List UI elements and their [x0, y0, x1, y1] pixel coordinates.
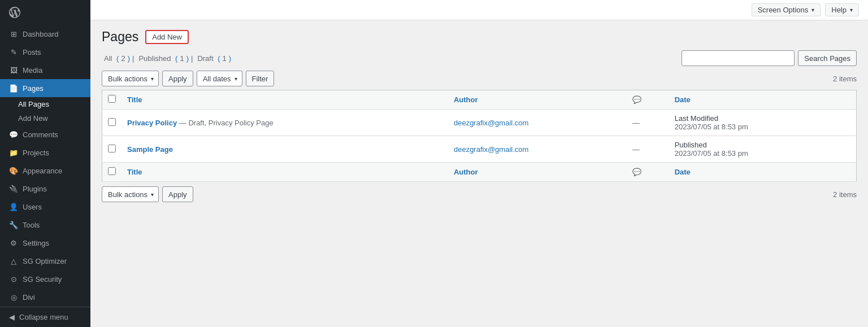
row1-title-link[interactable]: Privacy Policy	[127, 119, 179, 127]
settings-icon: ⚙	[9, 238, 18, 247]
row1-comments-col: —	[627, 110, 669, 136]
date-filter-chevron: ▾	[235, 76, 237, 82]
content-area: Pages Add New All (2) | Published (1) | …	[90, 20, 868, 327]
help-button[interactable]: Help ▾	[825, 3, 859, 16]
sidebar-item-media[interactable]: 🖼 Media	[0, 61, 90, 79]
sidebar-item-posts-label: Posts	[23, 48, 41, 56]
row2-author-col: deezgrafix@gmail.com	[448, 136, 627, 163]
apply-button-top[interactable]: Apply	[162, 71, 193, 86]
row2-comments-col: —	[627, 136, 669, 163]
bulk-actions-dropdown-top[interactable]: Bulk actions ▾	[102, 71, 159, 86]
sidebar-item-dashboard-label: Dashboard	[23, 30, 59, 38]
collapse-menu-label: Collapse menu	[19, 313, 68, 321]
row2-comments-value: —	[632, 145, 640, 154]
add-new-button[interactable]: Add New	[145, 30, 189, 44]
sidebar-item-pages-label: Pages	[23, 84, 44, 93]
search-input[interactable]	[682, 50, 795, 66]
bulk-actions-chevron-top: ▾	[151, 76, 154, 82]
row2-date-value: 2023/07/05 at 8:53 pm	[675, 149, 748, 158]
row1-author-link[interactable]: deezgrafix@gmail.com	[454, 119, 528, 127]
sidebar-sub-add-new[interactable]: Add New	[0, 111, 90, 125]
sidebar-item-comments[interactable]: 💬 Comments	[0, 125, 90, 143]
filter-all-link[interactable]: All (2)	[102, 54, 130, 63]
header-checkbox-col	[102, 90, 122, 110]
row2-title-link[interactable]: Sample Page	[127, 145, 173, 154]
row1-date-col: Last Modified 2023/07/05 at 8:53 pm	[669, 110, 857, 136]
dashboard-icon: ⊞	[9, 29, 18, 38]
help-label: Help	[831, 6, 847, 14]
row2-date-col: Published 2023/07/05 at 8:53 pm	[669, 136, 857, 163]
date-filter-label: All dates	[203, 75, 231, 83]
footer-title-col[interactable]: Title	[121, 163, 448, 182]
sidebar-item-settings[interactable]: ⚙ Settings	[0, 234, 90, 252]
action-bar-bottom: Bulk actions ▾ Apply 2 items	[102, 186, 857, 202]
sidebar-item-appearance[interactable]: 🎨 Appearance	[0, 162, 90, 180]
sidebar-item-divi[interactable]: ◎ Divi	[0, 288, 90, 306]
bulk-actions-dropdown-bottom[interactable]: Bulk actions ▾	[102, 186, 159, 202]
pages-icon: 📄	[9, 84, 18, 93]
table-row: Privacy Policy — Draft, Privacy Policy P…	[102, 110, 857, 136]
sidebar-item-projects[interactable]: 📁 Projects	[0, 143, 90, 162]
select-all-checkbox-bottom[interactable]	[108, 167, 116, 175]
row2-checkbox[interactable]	[108, 145, 116, 152]
appearance-icon: 🎨	[9, 166, 18, 175]
collapse-menu-button[interactable]: ◀ Collapse menu	[0, 307, 90, 327]
posts-icon: ✎	[9, 47, 18, 56]
row2-date-label: Published	[675, 141, 707, 149]
sidebar-item-comments-label: Comments	[23, 130, 58, 139]
row2-checkbox-col	[102, 136, 122, 163]
comments-icon: 💬	[9, 130, 18, 139]
table-footer-row: Title Author 💬 Date	[102, 163, 857, 182]
screen-options-button[interactable]: Screen Options ▾	[752, 3, 821, 16]
users-icon: 👤	[9, 202, 18, 211]
date-filter-dropdown[interactable]: All dates ▾	[197, 71, 242, 86]
sidebar-item-tools[interactable]: 🔧 Tools	[0, 216, 90, 234]
search-area: Search Pages	[682, 50, 857, 66]
filter-button-top[interactable]: Filter	[246, 71, 275, 86]
row1-checkbox[interactable]	[108, 118, 116, 126]
search-pages-button[interactable]: Search Pages	[798, 50, 857, 66]
sidebar: ⊞ Dashboard ✎ Posts 🖼 Media 📄 Pages All …	[0, 0, 90, 327]
sidebar-item-pages[interactable]: 📄 Pages	[0, 79, 90, 97]
filter-published-link[interactable]: Published (1)	[136, 54, 189, 63]
sidebar-item-posts[interactable]: ✎ Posts	[0, 43, 90, 61]
comments-header-icon: 💬	[632, 95, 641, 104]
sidebar-item-media-label: Media	[23, 66, 42, 75]
sidebar-item-sg-optimizer-label: SG Optimizer	[23, 257, 67, 265]
row1-title-col: Privacy Policy — Draft, Privacy Policy P…	[121, 110, 448, 136]
items-count-top: 2 items	[833, 75, 857, 83]
divi-icon: ◎	[9, 293, 18, 302]
header-author-col[interactable]: Author	[448, 90, 627, 110]
row1-date-value: 2023/07/05 at 8:53 pm	[675, 123, 748, 131]
collapse-icon: ◀	[9, 313, 15, 321]
header-title-col[interactable]: Title	[121, 90, 448, 110]
sidebar-item-plugins[interactable]: 🔌 Plugins	[0, 180, 90, 198]
footer-checkbox-col	[102, 163, 122, 182]
header-date-col[interactable]: Date	[669, 90, 857, 110]
sidebar-sub-all-pages[interactable]: All Pages	[0, 97, 90, 111]
row1-date-label: Last Modified	[675, 114, 718, 123]
footer-author-col[interactable]: Author	[448, 163, 627, 182]
select-all-checkbox-top[interactable]	[108, 95, 116, 103]
items-count-top-wrapper: 2 items	[833, 75, 857, 83]
row2-author-link[interactable]: deezgrafix@gmail.com	[454, 145, 528, 154]
row1-comments-value: —	[632, 119, 640, 127]
sidebar-item-sg-optimizer[interactable]: △ SG Optimizer	[0, 252, 90, 270]
sidebar-item-projects-label: Projects	[23, 149, 49, 157]
all-pages-label: All Pages	[18, 100, 49, 108]
footer-comments-col: 💬	[627, 163, 669, 182]
header-comments-col: 💬	[627, 90, 669, 110]
sidebar-item-plugins-label: Plugins	[23, 185, 47, 193]
table-header-row: Title Author 💬 Date	[102, 90, 857, 110]
filter-draft-link[interactable]: Draft (1)	[195, 54, 231, 63]
sidebar-item-users[interactable]: 👤 Users	[0, 198, 90, 216]
sidebar-item-settings-label: Settings	[23, 239, 49, 247]
help-chevron: ▾	[850, 7, 853, 13]
apply-button-bottom[interactable]: Apply	[162, 186, 193, 202]
sidebar-item-dashboard[interactable]: ⊞ Dashboard	[0, 25, 90, 43]
row1-subtitle: — Draft, Privacy Policy Page	[179, 119, 274, 127]
projects-icon: 📁	[9, 148, 18, 157]
wp-logo	[0, 0, 90, 25]
sidebar-item-sg-security[interactable]: ⊙ SG Security	[0, 270, 90, 288]
footer-date-col[interactable]: Date	[669, 163, 857, 182]
